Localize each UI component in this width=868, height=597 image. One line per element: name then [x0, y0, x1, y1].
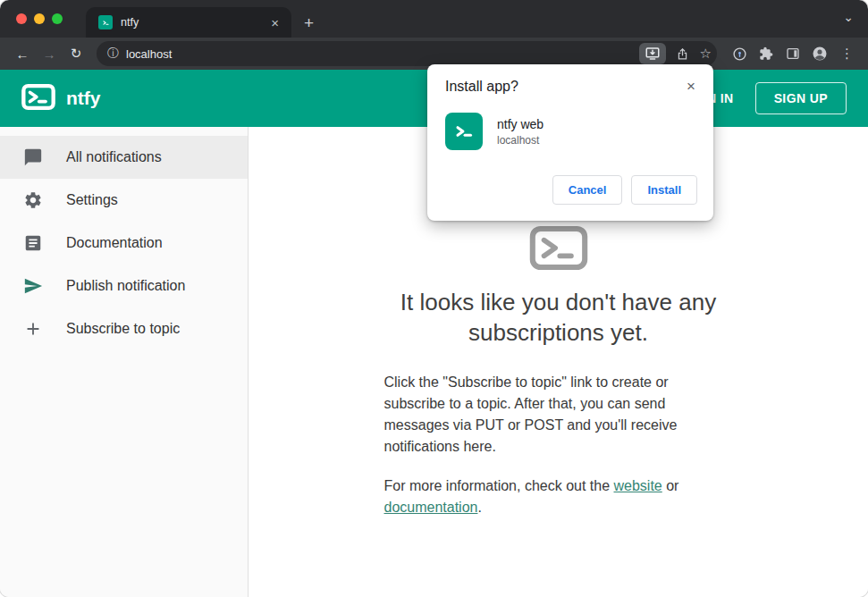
new-tab-button[interactable]: + — [304, 14, 314, 31]
browser-menu-icon[interactable]: ⋮ — [839, 46, 855, 62]
sidebar-item-all-notifications[interactable]: All notifications — [0, 136, 248, 179]
app-title: ntfy — [66, 88, 101, 109]
sidebar-item-label: Subscribe to topic — [66, 321, 180, 337]
sidebar-item-label: Publish notification — [66, 278, 185, 294]
sidebar-item-subscribe-to-topic[interactable]: Subscribe to topic — [0, 307, 248, 350]
bookmark-star-icon[interactable]: ☆ — [700, 46, 712, 62]
gear-icon — [23, 190, 43, 210]
zoom-window-button[interactable] — [52, 13, 63, 24]
tab-strip: ntfy × + ⌄ — [0, 0, 868, 38]
close-window-button[interactable] — [16, 13, 27, 24]
install-app-dialog: Install app? × ntfy web localhost Cancel… — [427, 64, 713, 221]
ntfy-logo-icon — [21, 84, 55, 114]
extensions-puzzle-icon[interactable] — [758, 46, 774, 62]
install-app-origin: localhost — [497, 134, 544, 147]
more-info-suffix: . — [477, 500, 481, 515]
sidebar-item-documentation[interactable]: Documentation — [0, 222, 248, 265]
sidebar-item-settings[interactable]: Settings — [0, 179, 248, 222]
profile-avatar[interactable] — [812, 46, 828, 62]
website-link[interactable]: website — [614, 478, 662, 493]
chat-bubble-icon — [23, 147, 43, 167]
empty-state-paragraph: Click the "Subscribe to topic" link to c… — [384, 372, 733, 458]
cancel-button[interactable]: Cancel — [552, 175, 623, 205]
empty-state-terminal-icon — [529, 225, 588, 271]
share-icon — [676, 47, 689, 61]
site-info-icon[interactable]: ⓘ — [107, 46, 119, 62]
sidebar-item-label: Settings — [66, 192, 118, 208]
share-button[interactable] — [675, 46, 691, 62]
forward-button[interactable]: → — [38, 46, 61, 62]
send-icon — [23, 276, 43, 296]
url-text[interactable]: localhost — [126, 47, 639, 61]
sign-up-button[interactable]: SIGN UP — [755, 82, 847, 114]
tab-title: ntfy — [121, 16, 267, 29]
empty-state-heading: It looks like you don't have any subscri… — [344, 287, 773, 349]
back-button[interactable]: ← — [11, 46, 34, 62]
side-panel-icon[interactable] — [785, 46, 801, 62]
install-button[interactable]: Install — [631, 175, 697, 205]
sidebar-item-label: All notifications — [66, 149, 162, 165]
tab-search-chevron-icon[interactable]: ⌄ — [843, 10, 854, 24]
tab-close-icon[interactable]: × — [267, 14, 282, 31]
install-dialog-title: Install app? — [445, 79, 518, 95]
more-info-paragraph: For more information, check out the webs… — [384, 475, 733, 518]
brand: ntfy — [21, 84, 101, 114]
more-info-middle: or — [662, 478, 679, 493]
password-manager-extension-icon[interactable] — [731, 46, 747, 62]
dialog-close-icon[interactable]: × — [685, 79, 697, 94]
article-icon — [23, 233, 43, 253]
toolbar-extensions: ⋮ — [728, 46, 859, 62]
more-info-prefix: For more information, check out the — [384, 478, 614, 493]
sidebar: All notifications Settings Documentation… — [0, 127, 249, 597]
traffic-lights — [16, 13, 63, 24]
address-bar[interactable]: ⓘ localhost ☆ — [97, 41, 717, 66]
install-app-button[interactable] — [639, 43, 666, 64]
browser-tab-ntfy[interactable]: ntfy × — [86, 7, 291, 38]
documentation-link[interactable]: documentation — [384, 500, 478, 515]
ntfy-favicon-icon — [98, 15, 113, 29]
ntfy-app-icon — [445, 113, 483, 150]
minimize-window-button[interactable] — [34, 13, 45, 24]
browser-window: ntfy × + ⌄ ← → ↻ ⓘ localhost ☆ — [0, 0, 868, 597]
sidebar-item-label: Documentation — [66, 235, 163, 251]
install-app-name: ntfy web — [497, 117, 544, 131]
reload-button[interactable]: ↻ — [64, 46, 88, 62]
plus-icon — [23, 319, 43, 339]
sidebar-item-publish-notification[interactable]: Publish notification — [0, 265, 248, 307]
install-app-icon — [645, 46, 661, 62]
